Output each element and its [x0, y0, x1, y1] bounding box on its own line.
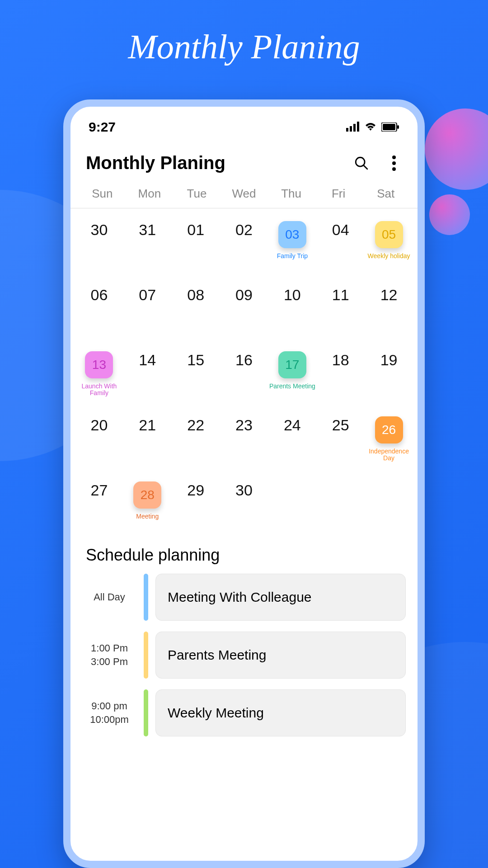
weekday-label: Thu — [267, 187, 315, 201]
svg-point-10 — [392, 161, 396, 165]
day-badge: 13 — [85, 351, 113, 378]
schedule-title: Schedule planning — [70, 537, 418, 574]
calendar-day[interactable]: 01 — [172, 213, 220, 276]
calendar-day[interactable]: 11 — [316, 278, 365, 341]
day-event-label: Launch With Family — [75, 383, 123, 397]
day-event-label: Independence Day — [365, 448, 413, 462]
bg-decor — [429, 194, 470, 235]
wifi-icon — [364, 119, 377, 135]
calendar-day[interactable]: 26Independence Day — [365, 408, 413, 472]
calendar-day[interactable]: 19 — [365, 343, 413, 406]
calendar-day[interactable]: 30 — [75, 213, 123, 276]
calendar-day[interactable]: 21 — [123, 408, 172, 472]
calendar-day[interactable]: 08 — [172, 278, 220, 341]
calendar-day[interactable]: 06 — [75, 278, 123, 341]
day-number: 25 — [332, 416, 349, 434]
calendar-day[interactable]: 03Family Trip — [268, 213, 316, 276]
calendar-day[interactable]: 29 — [172, 473, 220, 537]
battery-icon — [381, 119, 399, 135]
schedule-item[interactable]: 1:00 Pm3:00 PmParents Meeting — [70, 632, 418, 689]
schedule-time: 9:00 pm10:00pm — [82, 689, 136, 736]
weekday-label: Fri — [315, 187, 362, 201]
more-vertical-icon — [392, 156, 396, 171]
calendar-day[interactable]: 18 — [316, 343, 365, 406]
day-number: 15 — [187, 351, 204, 369]
promo-title: Monthly Planing — [0, 0, 488, 66]
calendar-grid: 3031010203Family Trip0405Weekly holiday0… — [70, 208, 418, 537]
calendar-day[interactable]: 30 — [220, 473, 268, 537]
svg-rect-0 — [346, 128, 348, 132]
calendar-day[interactable]: 20 — [75, 408, 123, 472]
day-number: 27 — [91, 481, 108, 499]
svg-rect-3 — [357, 122, 359, 132]
schedule-list: All DayMeeting With Colleague1:00 Pm3:00… — [70, 574, 418, 747]
calendar-day[interactable]: 31 — [123, 213, 172, 276]
phone-frame: 9:27 Monthly Planing SunMonTueWedThuFriS… — [63, 99, 425, 868]
status-time: 9:27 — [89, 119, 116, 135]
status-bar: 9:27 — [70, 107, 418, 139]
day-event-label: Weekly holiday — [368, 253, 410, 259]
search-icon — [354, 156, 369, 171]
day-number: 30 — [91, 221, 108, 239]
svg-point-11 — [392, 167, 396, 171]
schedule-color-bar — [144, 689, 148, 736]
bg-decor — [425, 108, 488, 190]
weekday-label: Tue — [173, 187, 221, 201]
schedule-item[interactable]: 9:00 pm10:00pmWeekly Meeting — [70, 689, 418, 747]
day-number: 09 — [235, 286, 253, 304]
schedule-event-card: Meeting With Colleague — [155, 574, 406, 621]
calendar-day[interactable]: 16 — [220, 343, 268, 406]
day-event-label: Family Trip — [277, 253, 308, 259]
calendar-day[interactable]: 09 — [220, 278, 268, 341]
day-number: 07 — [139, 286, 156, 304]
day-number: 02 — [235, 221, 253, 239]
schedule-color-bar — [144, 574, 148, 621]
calendar-day[interactable]: 25 — [316, 408, 365, 472]
calendar-day[interactable]: 05Weekly holiday — [365, 213, 413, 276]
schedule-event-card: Weekly Meeting — [155, 689, 406, 736]
calendar-day[interactable]: 17Parents Meeting — [268, 343, 316, 406]
day-badge: 05 — [375, 221, 403, 248]
weekday-label: Wed — [221, 187, 268, 201]
calendar-day[interactable]: 13Launch With Family — [75, 343, 123, 406]
day-number: 19 — [380, 351, 398, 369]
day-number: 22 — [187, 416, 204, 434]
calendar-day[interactable]: 15 — [172, 343, 220, 406]
app-header: Monthly Planing — [70, 139, 418, 182]
weekday-label: Sat — [362, 187, 409, 201]
day-number: 24 — [284, 416, 301, 434]
calendar-day[interactable]: 22 — [172, 408, 220, 472]
schedule-event-card: Parents Meeting — [155, 632, 406, 679]
calendar-day[interactable]: 10 — [268, 278, 316, 341]
day-number: 16 — [235, 351, 253, 369]
day-number: 18 — [332, 351, 349, 369]
weekday-label: Mon — [126, 187, 174, 201]
day-badge: 03 — [278, 221, 306, 248]
day-badge: 28 — [133, 481, 161, 509]
day-number: 10 — [284, 286, 301, 304]
schedule-item[interactable]: All DayMeeting With Colleague — [70, 574, 418, 632]
calendar-day[interactable]: 12 — [365, 278, 413, 341]
calendar-day[interactable]: 14 — [123, 343, 172, 406]
day-number: 30 — [235, 481, 253, 499]
status-icons — [346, 119, 399, 135]
calendar-day[interactable]: 28Meeting — [123, 473, 172, 537]
schedule-time: All Day — [82, 574, 136, 621]
calendar-day[interactable]: 02 — [220, 213, 268, 276]
svg-rect-1 — [350, 126, 352, 132]
calendar-day[interactable]: 23 — [220, 408, 268, 472]
search-button[interactable] — [353, 155, 370, 171]
day-number: 04 — [332, 221, 349, 239]
day-event-label: Parents Meeting — [269, 383, 315, 390]
svg-line-8 — [363, 165, 367, 169]
calendar-day[interactable]: 24 — [268, 408, 316, 472]
day-badge: 26 — [375, 416, 403, 443]
more-button[interactable] — [386, 155, 402, 171]
day-number: 11 — [332, 286, 349, 304]
signal-icon — [346, 119, 360, 135]
day-number: 06 — [91, 286, 108, 304]
day-event-label: Meeting — [136, 513, 159, 520]
calendar-day[interactable]: 07 — [123, 278, 172, 341]
calendar-day[interactable]: 04 — [316, 213, 365, 276]
calendar-day[interactable]: 27 — [75, 473, 123, 537]
